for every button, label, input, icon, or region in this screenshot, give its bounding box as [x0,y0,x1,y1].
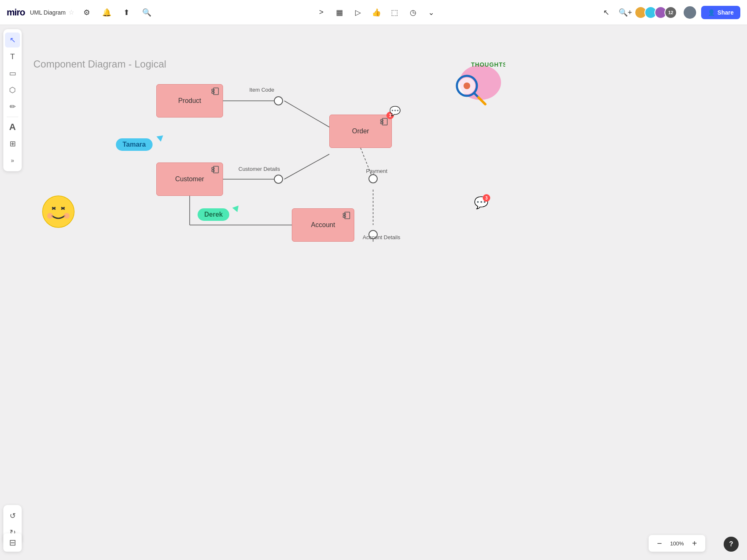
more-tools-button[interactable]: ⌄ [424,5,439,20]
help-button[interactable]: ? [724,537,739,552]
order-component-icon [380,118,388,128]
frames-tool-button[interactable]: ⬚ [387,5,402,20]
canvas[interactable]: Component Diagram - Logical Product [0,25,747,560]
zoom-controls: − 100% + [649,535,705,552]
payment-conn-circle [368,174,378,183]
help-label: ? [729,540,733,548]
zoom-level: 100% [669,540,685,547]
undo-button[interactable]: ↺ [5,508,20,523]
text-large-tool-button[interactable]: A [5,120,20,135]
reactions-tool-button[interactable]: 👍 [369,5,384,20]
left-toolbar: ↖ T ▭ ⬡ ✏ A ⊞ » [3,29,22,171]
grid-tool-button[interactable]: ▦ [332,5,347,20]
tool-divider [7,117,18,117]
customer-label: Customer [175,175,204,183]
chat-icon-wrap[interactable]: 💬 3 [474,196,489,210]
customer-component-icon [211,165,219,175]
avatar-count: 12 [664,6,677,19]
svg-rect-10 [212,89,214,91]
payment-label: Payment [366,168,387,174]
settings-button[interactable]: ⚙ [79,5,94,20]
zoom-in-button[interactable]: + [689,538,700,549]
text-tool-button[interactable]: T [5,49,20,64]
pen-tool-button[interactable]: ✏ [5,99,20,114]
uml-box-account[interactable]: Account [292,208,354,242]
svg-rect-14 [212,170,214,172]
svg-line-3 [284,154,329,179]
link-tool-button[interactable]: ⬡ [5,82,20,98]
tamara-tag[interactable]: Tamara [116,138,153,151]
order-chat-icon: 💬 [389,106,401,117]
svg-rect-16 [381,120,383,121]
present-tool-button[interactable]: ▷ [351,5,366,20]
uml-box-product[interactable]: Product [156,84,223,118]
frame-tool-button[interactable]: ⊞ [5,136,20,151]
chat-notification-badge: 3 [483,194,490,202]
uml-box-order[interactable]: Order 3 💬 [329,115,392,148]
miro-logo: miro [7,7,25,18]
share-icon: 👤 [708,9,715,16]
cursor-tool-button[interactable]: ↖ [599,5,614,20]
customer-details-label: Customer Details [238,166,280,172]
notifications-button[interactable]: 🔔 [99,5,114,20]
derek-tag[interactable]: Derek [198,208,229,221]
thoughts-sticker: THOUGHTS? [439,58,505,109]
uml-box-customer[interactable]: Customer [156,162,223,196]
derek-label: Derek [204,211,223,218]
sticky-note-tool-button[interactable]: ▭ [5,66,20,81]
svg-point-27 [64,213,70,219]
tamara-arrow [155,133,163,142]
nav-tool-button[interactable]: > [314,5,329,20]
diagram-name: UML Diagram [30,9,66,16]
tamara-label: Tamara [123,141,146,148]
derek-arrow [232,205,239,212]
topbar-left: miro UML Diagram ☆ ⚙ 🔔 ⬆ 🔍 [7,5,154,20]
zoom-out-button[interactable]: − [654,538,665,549]
zoom-in-topbar-button[interactable]: 🔍+ [618,5,633,20]
svg-point-33 [464,82,470,89]
topbar: miro UML Diagram ☆ ⚙ 🔔 ⬆ 🔍 > ▦ ▷ 👍 ⬚ ◷ ⌄… [0,0,747,25]
topbar-center: > ▦ ▷ 👍 ⬚ ◷ ⌄ [154,5,599,20]
order-label: Order [352,128,369,135]
svg-rect-11 [212,92,214,93]
topbar-right: ↖ 🔍+ 12 👤 Share [599,5,740,20]
diagram-title-tab[interactable]: UML Diagram ☆ [30,8,74,16]
svg-line-1 [284,101,329,127]
svg-rect-13 [212,168,214,169]
share-label: Share [717,9,734,16]
sidebar-toggle-button[interactable]: ⊟ [3,533,22,552]
collaborators-avatars: 12 [637,6,677,19]
customer-details-conn-circle [274,175,283,184]
share-button[interactable]: 👤 Share [701,6,740,19]
svg-text:THOUGHTS?: THOUGHTS? [471,61,505,68]
connection-lines [0,25,747,560]
svg-point-21 [43,196,74,228]
item-code-conn-circle [274,96,283,105]
item-code-label: Item Code [249,87,274,93]
svg-rect-17 [381,122,383,124]
product-component-icon [211,87,219,97]
current-user-avatar [683,5,697,20]
star-icon[interactable]: ☆ [68,8,74,16]
account-label: Account [311,221,335,229]
upload-button[interactable]: ⬆ [119,5,134,20]
timer-tool-button[interactable]: ◷ [406,5,421,20]
svg-rect-19 [343,213,346,215]
svg-point-26 [47,213,53,219]
account-component-icon [342,211,351,221]
product-label: Product [178,97,201,105]
select-tool-button[interactable]: ↖ [5,32,20,48]
more-tools-left-button[interactable]: » [5,153,20,168]
diagram-title-text: Component Diagram - Logical [33,58,166,70]
search-button[interactable]: 🔍 [139,5,154,20]
account-details-label: Account Details [363,234,400,240]
smiley-sticker[interactable] [42,195,75,233]
svg-rect-20 [343,216,346,218]
